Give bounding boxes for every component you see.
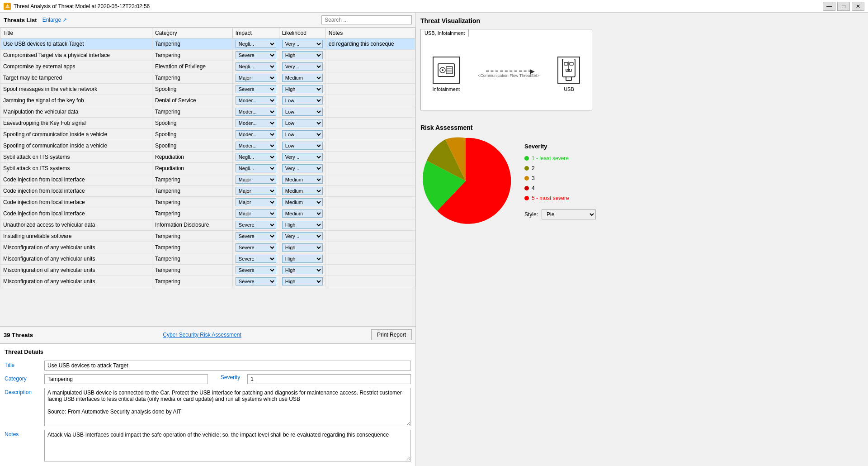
cell-likelihood[interactable]: High <box>279 265 326 276</box>
cell-impact[interactable]: Severe <box>232 276 279 287</box>
table-row[interactable]: Misconfiguration of any vehicular unitsT… <box>0 276 415 287</box>
table-row[interactable]: Use USB devices to attack TargetTamperin… <box>0 38 415 50</box>
cell-likelihood[interactable]: Very ... <box>279 163 326 174</box>
cell-likelihood[interactable]: Very ... <box>279 61 326 72</box>
likelihood-select[interactable]: Very ... <box>282 164 323 172</box>
table-row[interactable]: Compromised Target via a physical interf… <box>0 50 415 61</box>
table-row[interactable]: Installing unreliable softwareTamperingS… <box>0 231 415 242</box>
likelihood-select[interactable]: Very ... <box>282 232 323 240</box>
cell-impact[interactable]: Severe <box>232 253 279 265</box>
print-report-button[interactable]: Print Report <box>371 329 412 340</box>
likelihood-select[interactable]: Medium <box>282 198 323 206</box>
close-button[interactable]: ✕ <box>852 2 864 11</box>
table-row[interactable]: Code injection from local interfaceTampe… <box>0 208 415 219</box>
cell-impact[interactable]: Moder... <box>232 140 279 152</box>
likelihood-select[interactable]: High <box>282 51 323 59</box>
likelihood-select[interactable]: High <box>282 85 323 93</box>
cell-likelihood[interactable]: Very ... <box>279 231 326 242</box>
cell-impact[interactable]: Major <box>232 174 279 185</box>
likelihood-select[interactable]: High <box>282 277 323 285</box>
table-row[interactable]: Misconfiguration of any vehicular unitsT… <box>0 253 415 265</box>
impact-select[interactable]: Major <box>236 187 276 195</box>
table-row[interactable]: Spoofing of communication inside a vehic… <box>0 140 415 152</box>
impact-select[interactable]: Severe <box>236 85 276 93</box>
table-row[interactable]: Manipulation the vehicular dataTampering… <box>0 106 415 118</box>
cell-likelihood[interactable]: Medium <box>279 197 326 208</box>
likelihood-select[interactable]: High <box>282 255 323 263</box>
impact-select[interactable]: Severe <box>236 277 276 285</box>
likelihood-select[interactable]: Low <box>282 130 323 138</box>
table-row[interactable]: Code injection from local interfaceTampe… <box>0 185 415 197</box>
impact-select[interactable]: Moder... <box>236 119 276 127</box>
likelihood-select[interactable]: Very ... <box>282 40 323 48</box>
cell-likelihood[interactable]: Very ... <box>279 152 326 163</box>
cell-likelihood[interactable]: Very ... <box>279 38 326 50</box>
cell-likelihood[interactable]: Medium <box>279 72 326 84</box>
table-row[interactable]: Compromise by external appsElevation of … <box>0 61 415 72</box>
cell-impact[interactable]: Negli... <box>232 152 279 163</box>
cell-likelihood[interactable]: Low <box>279 129 326 140</box>
table-row[interactable]: Eavesdropping the Key Fob signalSpoofing… <box>0 118 415 129</box>
threats-table-container[interactable]: Title Category Impact Likelihood Notes U… <box>0 28 415 327</box>
cell-impact[interactable]: Moder... <box>232 106 279 118</box>
impact-select[interactable]: Major <box>236 74 276 82</box>
impact-select[interactable]: Negli... <box>236 164 276 172</box>
impact-select[interactable]: Moder... <box>236 96 276 105</box>
cell-impact[interactable]: Severe <box>232 84 279 95</box>
table-row[interactable]: Code injection from local interfaceTampe… <box>0 197 415 208</box>
likelihood-select[interactable]: Medium <box>282 209 323 218</box>
impact-select[interactable]: Major <box>236 176 276 184</box>
impact-select[interactable]: Severe <box>236 255 276 263</box>
cell-impact[interactable]: Moder... <box>232 95 279 106</box>
cell-likelihood[interactable]: High <box>279 242 326 253</box>
likelihood-select[interactable]: High <box>282 266 323 274</box>
cell-likelihood[interactable]: High <box>279 50 326 61</box>
cell-likelihood[interactable]: Medium <box>279 185 326 197</box>
table-row[interactable]: Sybil attack on ITS systemsRepudiationNe… <box>0 163 415 174</box>
cell-likelihood[interactable]: Low <box>279 95 326 106</box>
likelihood-select[interactable]: High <box>282 221 323 229</box>
impact-select[interactable]: Moder... <box>236 142 276 150</box>
cyber-security-link[interactable]: Cyber Security Risk Assessment <box>163 332 241 338</box>
cell-impact[interactable]: Negli... <box>232 61 279 72</box>
category-input[interactable] <box>44 374 208 384</box>
likelihood-select[interactable]: High <box>282 243 323 252</box>
impact-select[interactable]: Severe <box>236 232 276 240</box>
likelihood-select[interactable]: Low <box>282 96 323 105</box>
minimize-button[interactable]: — <box>823 2 835 11</box>
search-input[interactable] <box>321 15 412 24</box>
cell-likelihood[interactable]: High <box>279 84 326 95</box>
likelihood-select[interactable]: Very ... <box>282 62 323 71</box>
notes-textarea[interactable] <box>44 430 411 461</box>
table-row[interactable]: Spoof messages in the vehicle networkSpo… <box>0 84 415 95</box>
impact-select[interactable]: Severe <box>236 266 276 274</box>
cell-likelihood[interactable]: High <box>279 219 326 231</box>
likelihood-select[interactable]: Low <box>282 108 323 116</box>
table-row[interactable]: Code injection from local interfaceTampe… <box>0 174 415 185</box>
cell-likelihood[interactable]: Medium <box>279 174 326 185</box>
cell-likelihood[interactable]: Low <box>279 140 326 152</box>
likelihood-select[interactable]: Very ... <box>282 153 323 161</box>
impact-select[interactable]: Major <box>236 198 276 206</box>
impact-select[interactable]: Severe <box>236 243 276 252</box>
table-row[interactable]: Jamming the signal of the key fobDenial … <box>0 95 415 106</box>
impact-select[interactable]: Major <box>236 209 276 218</box>
impact-select[interactable]: Severe <box>236 221 276 229</box>
table-row[interactable]: Target may be tamperedTamperingMajorMedi… <box>0 72 415 84</box>
description-textarea[interactable] <box>44 388 411 426</box>
cell-impact[interactable]: Major <box>232 197 279 208</box>
cell-impact[interactable]: Severe <box>232 219 279 231</box>
likelihood-select[interactable]: Medium <box>282 74 323 82</box>
likelihood-select[interactable]: Medium <box>282 176 323 184</box>
table-row[interactable]: Sybil attack on ITS systemsRepudiationNe… <box>0 152 415 163</box>
impact-select[interactable]: Severe <box>236 51 276 59</box>
cell-likelihood[interactable]: High <box>279 253 326 265</box>
cell-impact[interactable]: Severe <box>232 231 279 242</box>
likelihood-select[interactable]: Medium <box>282 187 323 195</box>
impact-select[interactable]: Negli... <box>236 62 276 71</box>
cell-likelihood[interactable]: Medium <box>279 208 326 219</box>
enlarge-link[interactable]: Enlarge ↗ <box>42 17 67 23</box>
impact-select[interactable]: Negli... <box>236 153 276 161</box>
cell-impact[interactable]: Negli... <box>232 163 279 174</box>
cell-impact[interactable]: Moder... <box>232 129 279 140</box>
